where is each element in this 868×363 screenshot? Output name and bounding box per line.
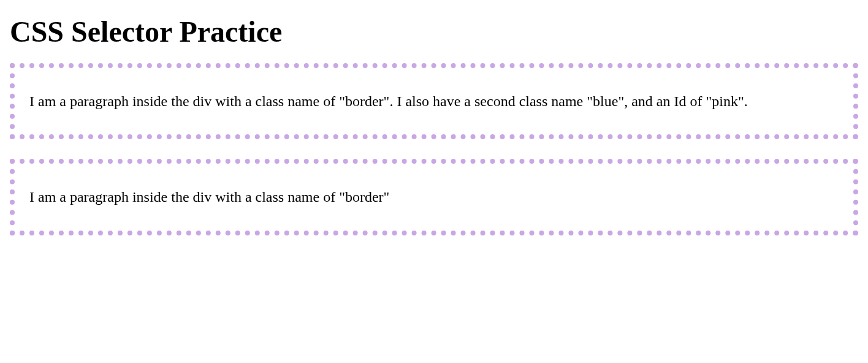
- paragraph-1: I am a paragraph inside the div with a c…: [29, 91, 839, 111]
- border-box-2: I am a paragraph inside the div with a c…: [10, 159, 858, 235]
- paragraph-2: I am a paragraph inside the div with a c…: [29, 187, 839, 207]
- border-box-1: I am a paragraph inside the div with a c…: [10, 63, 858, 139]
- page-title: CSS Selector Practice: [10, 15, 858, 48]
